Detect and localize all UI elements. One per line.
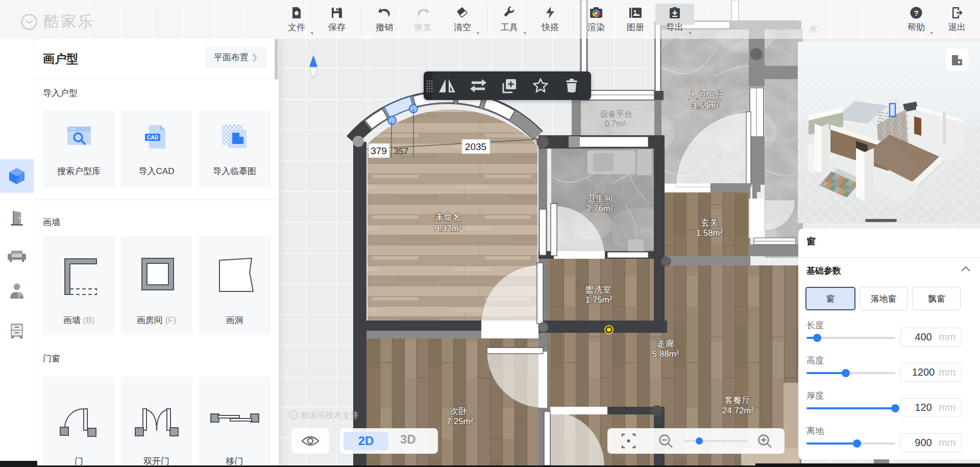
- svg-text:1.75m²: 1.75m²: [585, 295, 612, 305]
- svg-text:酷家乐技术支持: 酷家乐技术支持: [301, 411, 358, 420]
- svg-text:?: ?: [914, 9, 918, 17]
- svg-text:玄关: 玄关: [701, 218, 718, 228]
- svg-text:5.88m²: 5.88m²: [652, 349, 679, 359]
- svg-text:9.32m²: 9.32m²: [435, 224, 462, 233]
- svg-text:24.72m²: 24.72m²: [722, 406, 754, 415]
- svg-text:0.7m²: 0.7m²: [605, 119, 626, 128]
- svg-text:c: c: [292, 412, 295, 419]
- svg-text:入户阳台: 入户阳台: [689, 91, 723, 101]
- svg-text:357: 357: [394, 146, 408, 156]
- svg-text:1.58m²: 1.58m²: [696, 228, 723, 238]
- svg-text:次卧: 次卧: [450, 406, 467, 416]
- svg-text:设备平台: 设备平台: [600, 110, 632, 118]
- svg-text:2035: 2035: [465, 141, 486, 152]
- svg-text:卫生间: 卫生间: [587, 193, 613, 203]
- svg-text:7.25m²: 7.25m²: [447, 416, 474, 426]
- svg-text:走廊: 走廊: [657, 339, 674, 349]
- svg-text:379: 379: [371, 145, 387, 156]
- svg-text:客餐厅: 客餐厅: [725, 396, 751, 405]
- svg-text:CAD: CAD: [146, 134, 158, 140]
- svg-text:盥洗室: 盥洗室: [585, 285, 611, 294]
- svg-text:3.59m²: 3.59m²: [692, 101, 719, 111]
- svg-text:未命名: 未命名: [435, 212, 461, 222]
- svg-text:2.76m²: 2.76m²: [586, 204, 614, 213]
